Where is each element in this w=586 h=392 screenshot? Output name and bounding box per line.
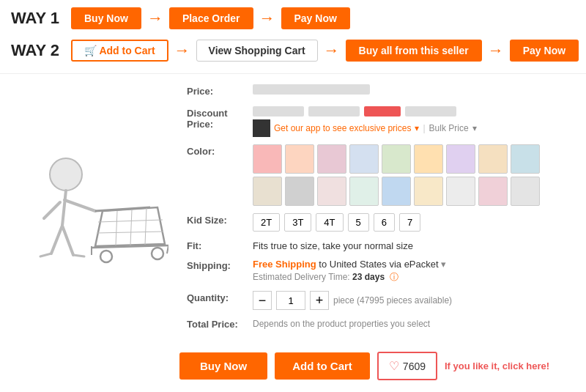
bottom-actions: Buy Now Add to Cart ♡ 7609 If you like i… — [168, 344, 586, 388]
quantity-control: − + piece (47995 pieces available) — [253, 291, 575, 310]
discount-blurred-3 — [405, 106, 456, 117]
add-to-cart-btn[interactable]: Add to Cart — [275, 352, 370, 380]
way2-buy-all-btn[interactable]: Buy all from this seller — [346, 40, 482, 62]
way2-add-to-cart-btn[interactable]: 🛒 Add to Cart — [71, 40, 168, 62]
color-row: Color: — [187, 144, 575, 206]
color-swatch[interactable] — [285, 144, 314, 174]
color-swatch[interactable] — [414, 177, 443, 206]
quantity-decrease-btn[interactable]: − — [253, 291, 272, 310]
stick-figure-svg — [22, 138, 168, 284]
way2-pay-now-btn[interactable]: Pay Now — [510, 40, 579, 62]
delivery-days: 23 days — [352, 272, 385, 282]
color-swatch[interactable] — [446, 144, 475, 174]
svg-line-19 — [167, 245, 168, 254]
size-2t-btn[interactable]: 2T — [253, 213, 280, 232]
way1-label: WAY 1 — [11, 9, 62, 28]
svg-line-10 — [116, 211, 117, 245]
shipping-info: Free Shipping to United States via ePack… — [253, 259, 575, 284]
quantity-label: Quantity: — [187, 291, 253, 303]
quantity-increase-btn[interactable]: + — [310, 291, 329, 310]
discount-value: Get our app to see exclusive prices ▾ | … — [253, 106, 575, 137]
way1-row: WAY 1 Buy Now → Place Order → Pay Now — [0, 0, 586, 32]
price-value — [253, 84, 575, 99]
app-promo[interactable]: Get our app to see exclusive prices ▾ | … — [253, 119, 575, 137]
discount-row: Discount Price: Get our app to see exclu… — [187, 106, 575, 137]
discount-label: Discount Price: — [187, 106, 253, 130]
arrow3: → — [174, 41, 190, 60]
size-5-btn[interactable]: 5 — [348, 213, 369, 232]
quantity-input[interactable] — [276, 291, 305, 310]
svg-line-7 — [40, 254, 51, 256]
price-blurred — [253, 84, 370, 95]
shipping-label: Shipping: — [187, 259, 253, 271]
color-swatches — [253, 144, 575, 206]
main-content: Price: Discount Price: Get our app to se… — [0, 77, 586, 344]
way2-row: WAY 2 🛒 Add to Cart → View Shopping Cart… — [0, 37, 586, 69]
color-swatch[interactable] — [511, 144, 540, 174]
color-swatch[interactable] — [382, 144, 411, 174]
svg-line-13 — [98, 220, 163, 222]
shipping-row: Shipping: Free Shipping to United States… — [187, 259, 575, 284]
total-row: Total Price: Depends on the product prop… — [187, 317, 575, 330]
color-swatch[interactable] — [446, 177, 475, 206]
svg-line-6 — [73, 255, 84, 256]
color-swatch[interactable] — [382, 177, 411, 206]
price-row: Price: — [187, 84, 575, 99]
color-swatch[interactable] — [253, 177, 282, 206]
color-swatch[interactable] — [317, 177, 346, 206]
way1-place-order-btn[interactable]: Place Order — [169, 7, 253, 29]
size-6-btn[interactable]: 6 — [374, 213, 395, 232]
qr-icon — [253, 119, 270, 137]
svg-point-17 — [152, 248, 163, 259]
way2-label: WAY 2 — [11, 41, 62, 60]
arrow1: → — [147, 9, 163, 28]
way1-buy-now-btn[interactable]: Buy Now — [71, 7, 141, 29]
size-7-btn[interactable]: 7 — [399, 213, 420, 232]
svg-point-16 — [100, 251, 112, 262]
svg-line-3 — [44, 202, 60, 218]
color-swatch[interactable] — [478, 144, 508, 174]
color-swatch[interactable] — [414, 144, 443, 174]
wishlist-btn[interactable]: ♡ 7609 — [377, 352, 437, 380]
arrow5: → — [488, 41, 504, 60]
way1-pay-now-btn[interactable]: Pay Now — [281, 7, 350, 29]
size-options-container: 2T 3T 4T 5 6 7 — [253, 213, 575, 232]
svg-line-5 — [51, 226, 62, 254]
color-swatch[interactable] — [511, 177, 540, 206]
svg-marker-9 — [95, 207, 165, 246]
discount-blurred-2 — [308, 106, 360, 117]
arrow4: → — [324, 41, 340, 60]
color-swatch[interactable] — [317, 144, 346, 174]
free-shipping-text: Free Shipping — [253, 259, 316, 270]
svg-line-4 — [62, 226, 73, 255]
size-row: Kid Size: 2T 3T 4T 5 6 7 — [187, 213, 575, 232]
product-image — [11, 84, 179, 337]
svg-line-11 — [130, 210, 132, 245]
discount-red — [364, 106, 401, 117]
way2-view-cart-btn[interactable]: View Shopping Cart — [196, 40, 318, 62]
tooltip-text: If you like it, click here! — [445, 360, 549, 371]
color-swatch[interactable] — [285, 177, 314, 206]
cart-icon-small: 🛒 — [84, 45, 97, 56]
svg-line-12 — [145, 208, 146, 245]
delivery-note: Estimated Delivery Time: — [253, 272, 350, 282]
svg-point-0 — [50, 158, 82, 191]
shipping-dropdown[interactable]: ▾ — [441, 259, 446, 270]
arrow2: → — [259, 9, 275, 28]
size-4t-btn[interactable]: 4T — [316, 213, 343, 232]
info-icon: ⓘ — [390, 272, 398, 282]
color-swatch[interactable] — [253, 144, 282, 174]
fit-label: Fit: — [187, 239, 253, 251]
shipping-to-text: to United States via ePacket — [319, 259, 438, 270]
wishlist-count: 7609 — [403, 360, 426, 372]
top-section: WAY 1 Buy Now → Place Order → Pay Now WA… — [0, 0, 586, 69]
size-3t-btn[interactable]: 3T — [284, 213, 311, 232]
discount-blurred-1 — [253, 106, 304, 117]
quantity-note: piece (47995 pieces available) — [333, 295, 452, 306]
color-swatch[interactable] — [349, 144, 379, 174]
color-swatch[interactable] — [478, 177, 508, 206]
buy-now-btn[interactable]: Buy Now — [179, 352, 267, 380]
svg-line-14 — [97, 232, 163, 233]
color-swatch[interactable] — [349, 177, 379, 206]
fit-row: Fit: Fits true to size, take your normal… — [187, 239, 575, 251]
